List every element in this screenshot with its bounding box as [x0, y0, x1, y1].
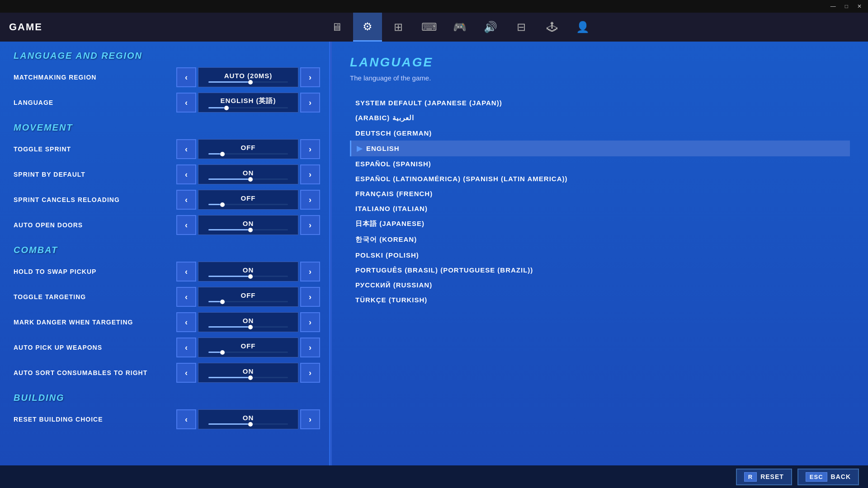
- auto-sort-consumables-to-right-prev-button[interactable]: ‹: [176, 363, 196, 383]
- lang-item-japanese[interactable]: 日本語 (JAPANESE): [350, 216, 850, 232]
- language-value: ENGLISH (英語): [198, 93, 298, 113]
- nav-display-icon[interactable]: ⊞: [384, 13, 413, 42]
- nav-controller-icon[interactable]: 🎮: [445, 13, 474, 42]
- auto-open-doors-value: ON: [198, 215, 298, 235]
- nav-monitor-icon[interactable]: 🖥: [322, 13, 351, 42]
- setting-hold-to-swap-pickup: HOLD TO SWAP PICKUP ‹ ON ›: [14, 261, 320, 282]
- nav-keyboard-icon[interactable]: ⌨: [415, 13, 443, 42]
- lang-item-system-default[interactable]: SYSTEM DEFAULT (JAPANESE (JAPAN)): [350, 95, 850, 110]
- right-panel-subtitle: The language of the game.: [350, 74, 850, 82]
- toggle-targeting-prev-button[interactable]: ‹: [176, 287, 196, 307]
- language-control: ‹ ENGLISH (英語) ›: [176, 93, 320, 113]
- reset-building-choice-value-text: ON: [243, 414, 254, 422]
- section-language-region-header: LANGUAGE AND REGION: [14, 51, 320, 61]
- toggle-targeting-value: OFF: [198, 287, 298, 307]
- matchmaking-region-value-text: AUTO (20MS): [224, 72, 273, 80]
- toggle-sprint-prev-button[interactable]: ‹: [176, 139, 196, 159]
- reset-building-choice-value: ON: [198, 409, 298, 429]
- toggle-sprint-label: TOGGLE SPRINT: [14, 145, 176, 153]
- auto-open-doors-slider: [208, 229, 288, 230]
- auto-open-doors-label: AUTO OPEN DOORS: [14, 221, 176, 229]
- matchmaking-region-prev-button[interactable]: ‹: [176, 67, 196, 87]
- toggle-sprint-next-button[interactable]: ›: [300, 139, 320, 159]
- auto-pick-up-weapons-slider: [208, 352, 288, 353]
- sprint-by-default-prev-button[interactable]: ‹: [176, 164, 196, 184]
- auto-sort-consumables-to-right-next-button[interactable]: ›: [300, 363, 320, 383]
- language-prev-button[interactable]: ‹: [176, 93, 196, 113]
- lang-item-espanol-latin[interactable]: ESPAÑOL (LATINOAMÉRICA) (SPANISH (LATIN …: [350, 171, 850, 186]
- auto-pick-up-weapons-next-button[interactable]: ›: [300, 338, 320, 357]
- sprint-cancels-reloading-value: OFF: [198, 190, 298, 210]
- lang-item-deutsch[interactable]: DEUTSCH (GERMAN): [350, 126, 850, 141]
- lang-item-russian[interactable]: РУССКИЙ (RUSSIAN): [350, 277, 850, 292]
- hold-to-swap-pickup-label: HOLD TO SWAP PICKUP: [14, 268, 176, 275]
- app-title: GAME: [9, 21, 42, 33]
- back-button[interactable]: ESC BACK: [797, 469, 859, 485]
- titlebar: — □ ✕: [0, 0, 868, 13]
- lang-item-portugues[interactable]: PORTUGUÊS (BRASIL) (PORTUGUESE (BRAZIL)): [350, 263, 850, 277]
- toggle-sprint-value-text: OFF: [241, 144, 256, 151]
- sprint-cancels-reloading-control: ‹ OFF ›: [176, 190, 320, 210]
- auto-open-doors-prev-button[interactable]: ‹: [176, 215, 196, 235]
- lang-item-italiano[interactable]: ITALIANO (ITALIAN): [350, 201, 850, 216]
- mark-danger-when-targeting-slider: [208, 326, 288, 328]
- lang-item-turkish[interactable]: TÜRKÇE (TURKISH): [350, 292, 850, 307]
- setting-auto-pick-up-weapons: AUTO PICK UP WEAPONS ‹ OFF ›: [14, 337, 320, 358]
- auto-pick-up-weapons-label: AUTO PICK UP WEAPONS: [14, 344, 176, 351]
- mark-danger-when-targeting-prev-button[interactable]: ‹: [176, 312, 196, 332]
- reset-building-choice-next-button[interactable]: ›: [300, 409, 320, 429]
- language-list: SYSTEM DEFAULT (JAPANESE (JAPAN)) (ARABI…: [350, 95, 850, 307]
- matchmaking-region-control: ‹ AUTO (20MS) ›: [176, 67, 320, 87]
- toggle-targeting-control: ‹ OFF ›: [176, 287, 320, 307]
- reset-building-choice-prev-button[interactable]: ‹: [176, 409, 196, 429]
- hold-to-swap-pickup-prev-button[interactable]: ‹: [176, 262, 196, 282]
- auto-open-doors-value-text: ON: [243, 220, 254, 227]
- lang-item-arabic[interactable]: (ARABIC) العربية: [350, 110, 850, 126]
- matchmaking-region-label: MATCHMAKING REGION: [14, 74, 176, 81]
- lang-item-espanol-spanish[interactable]: ESPAÑOL (SPANISH): [350, 156, 850, 171]
- reset-button[interactable]: R RESET: [736, 469, 792, 485]
- setting-language: LANGUAGE ‹ ENGLISH (英語) ›: [14, 92, 320, 113]
- hold-to-swap-pickup-next-button[interactable]: ›: [300, 262, 320, 282]
- nav-network-icon[interactable]: ⊟: [507, 13, 536, 42]
- lang-item-english[interactable]: ▶ ENGLISH: [350, 141, 850, 156]
- nav-user-icon[interactable]: 👤: [568, 13, 597, 42]
- mark-danger-when-targeting-next-button[interactable]: ›: [300, 312, 320, 332]
- maximize-button[interactable]: □: [842, 2, 851, 10]
- toggle-targeting-slider: [208, 301, 288, 302]
- nav-icon-bar: 🖥 ⚙ ⊞ ⌨ 🎮 🔊 ⊟ 🕹 👤: [61, 13, 859, 42]
- sprint-by-default-next-button[interactable]: ›: [300, 164, 320, 184]
- matchmaking-region-next-button[interactable]: ›: [300, 67, 320, 87]
- lang-item-korean[interactable]: 한국어 (KOREAN): [350, 232, 850, 248]
- auto-open-doors-next-button[interactable]: ›: [300, 215, 320, 235]
- language-next-button[interactable]: ›: [300, 93, 320, 113]
- auto-pick-up-weapons-control: ‹ OFF ›: [176, 338, 320, 357]
- nav-speaker-icon[interactable]: 🔊: [476, 13, 505, 42]
- reset-key-label: R: [744, 472, 757, 482]
- lang-selected-arrow-icon: ▶: [357, 144, 363, 153]
- setting-toggle-sprint: TOGGLE SPRINT ‹ OFF ›: [14, 138, 320, 160]
- back-label: BACK: [831, 473, 851, 480]
- setting-auto-open-doors: AUTO OPEN DOORS ‹ ON ›: [14, 214, 320, 236]
- auto-pick-up-weapons-prev-button[interactable]: ‹: [176, 338, 196, 357]
- mark-danger-when-targeting-label: MARK DANGER WHEN TARGETING: [14, 319, 176, 326]
- right-panel-title: LANGUAGE: [350, 55, 850, 70]
- close-button[interactable]: ✕: [854, 2, 864, 10]
- section-combat-header: COMBAT: [14, 245, 320, 255]
- toggle-targeting-next-button[interactable]: ›: [300, 287, 320, 307]
- lang-item-francais[interactable]: FRANÇAIS (FRENCH): [350, 186, 850, 201]
- bottom-bar: R RESET ESC BACK: [0, 465, 868, 488]
- sprint-cancels-reloading-prev-button[interactable]: ‹: [176, 190, 196, 210]
- auto-sort-consumables-to-right-slider: [208, 377, 288, 378]
- sprint-cancels-reloading-next-button[interactable]: ›: [300, 190, 320, 210]
- setting-matchmaking-region: MATCHMAKING REGION ‹ AUTO (20MS) ›: [14, 66, 320, 88]
- minimize-button[interactable]: —: [828, 2, 839, 10]
- main-content: LANGUAGE AND REGION MATCHMAKING REGION ‹…: [0, 42, 868, 465]
- lang-item-polski[interactable]: POLSKI (POLISH): [350, 248, 850, 263]
- auto-open-doors-control: ‹ ON ›: [176, 215, 320, 235]
- sprint-cancels-reloading-slider: [208, 204, 288, 205]
- nav-gear-icon[interactable]: ⚙: [353, 13, 382, 42]
- setting-mark-danger-when-targeting: MARK DANGER WHEN TARGETING ‹ ON ›: [14, 311, 320, 333]
- nav-gamepad-icon[interactable]: 🕹: [538, 13, 566, 42]
- sprint-cancels-reloading-value-text: OFF: [241, 194, 256, 202]
